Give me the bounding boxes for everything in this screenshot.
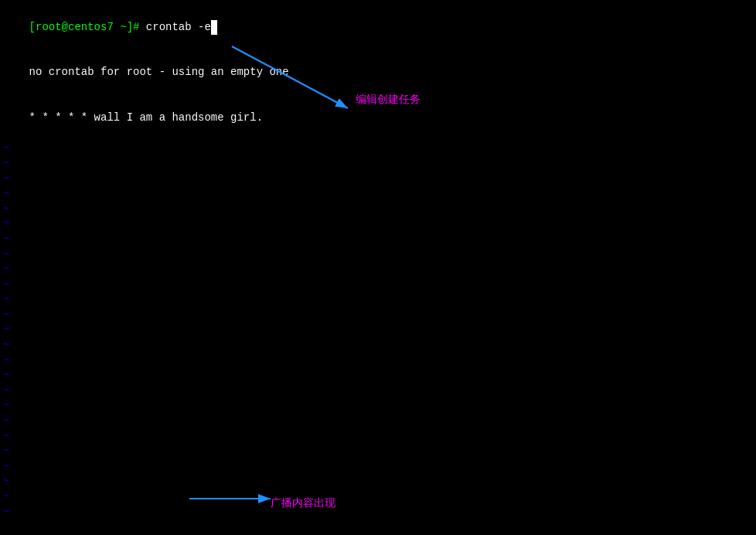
- tilde-line: ~: [3, 292, 753, 308]
- output-line-3: * * * * * wall I am a handsome girl.: [29, 111, 263, 124]
- tilde-line: ~: [3, 474, 753, 489]
- tilde-line: ~: [3, 398, 753, 414]
- tilde-line: ~: [3, 353, 753, 369]
- tilde-line: ~: [3, 459, 753, 475]
- prompt-1: [root@centos7 ~]#: [29, 21, 140, 33]
- terminal-window: [root@centos7 ~]# crontab -e no crontab …: [0, 0, 756, 535]
- tilde-line: ~: [3, 202, 753, 217]
- tilde-line: ~: [3, 414, 753, 429]
- tilde-line: ~: [3, 322, 753, 338]
- terminal-line-3: * * * * * wall I am a handsome girl.: [3, 96, 753, 141]
- terminal-line-1: [root@centos7 ~]# crontab -e: [3, 5, 753, 50]
- cursor: [211, 20, 217, 36]
- tilde-line: ~: [3, 444, 753, 459]
- tilde-line: ~: [3, 232, 753, 247]
- tilde-line: ~: [3, 141, 753, 156]
- command-1: crontab -e: [139, 21, 210, 33]
- terminal-line-2: no crontab for root - using an empty one: [3, 50, 753, 96]
- tilde-line: ~: [3, 368, 753, 383]
- tilde-line: ~: [3, 489, 753, 505]
- tilde-line: ~: [3, 383, 753, 399]
- tilde-line: ~: [3, 505, 753, 520]
- tilde-line: ~: [3, 247, 753, 263]
- tilde-line: ~: [3, 262, 753, 278]
- tilde-line: ~: [3, 308, 753, 323]
- tilde-line: ~: [3, 172, 753, 187]
- tilde-line: ~: [3, 216, 753, 232]
- tilde-line: ~: [3, 186, 753, 202]
- tilde-line: ~: [3, 278, 753, 293]
- written-line: "/tmp/crontab.3p6uUP" 1L, 37C written: [3, 520, 753, 535]
- output-line-2: no crontab for root - using an empty one: [29, 66, 289, 78]
- tilde-line: ~: [3, 156, 753, 172]
- tilde-line: ~: [3, 429, 753, 445]
- tilde-line: ~: [3, 338, 753, 353]
